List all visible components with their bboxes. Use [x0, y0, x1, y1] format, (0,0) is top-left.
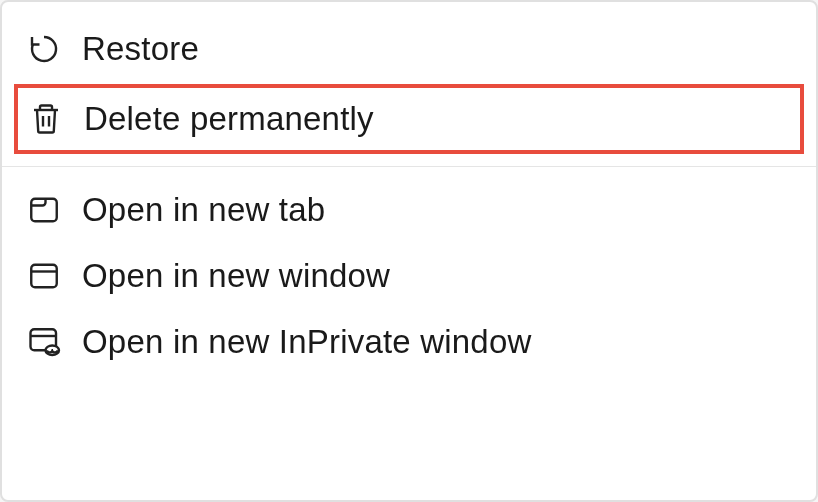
restore-icon [26, 31, 82, 67]
menu-item-restore[interactable]: Restore [2, 16, 816, 82]
menu-item-open-inprivate-window[interactable]: Open in new InPrivate window [2, 309, 816, 375]
svg-rect-2 [31, 199, 57, 222]
menu-item-open-new-window[interactable]: Open in new window [2, 243, 816, 309]
menu-divider [2, 166, 816, 167]
menu-item-label: Open in new tab [82, 191, 325, 229]
menu-item-delete-permanently[interactable]: Delete permanently [14, 84, 804, 154]
menu-item-label: Restore [82, 30, 199, 68]
new-tab-icon [26, 192, 82, 228]
menu-section-2: Open in new tab Open in new window [2, 173, 816, 379]
new-window-icon [26, 258, 82, 294]
inprivate-window-icon [26, 324, 82, 360]
context-menu: Restore Delete permanently [0, 0, 818, 502]
menu-item-label: Delete permanently [84, 100, 374, 138]
menu-item-label: Open in new InPrivate window [82, 323, 532, 361]
svg-rect-3 [31, 265, 57, 288]
menu-item-open-new-tab[interactable]: Open in new tab [2, 177, 816, 243]
trash-icon [28, 101, 84, 137]
menu-section-1: Restore Delete permanently [2, 12, 816, 160]
menu-item-label: Open in new window [82, 257, 390, 295]
